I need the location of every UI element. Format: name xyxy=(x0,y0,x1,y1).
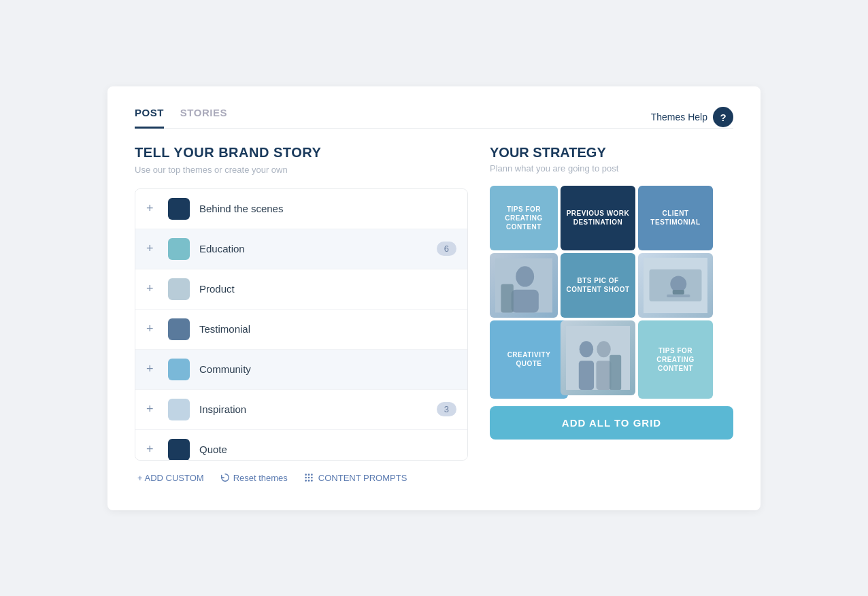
strategy-grid: TIPS FOR CREATING CONTENT PREVIOUS WORK … xyxy=(490,186,733,395)
content-prompts-button[interactable]: CONTENT PROMPTS xyxy=(304,473,407,483)
grid-cell-tips-creating-1[interactable]: TIPS FOR CREATING CONTENT xyxy=(490,186,558,250)
svg-point-5 xyxy=(311,477,313,479)
theme-item-quote[interactable]: + Quote xyxy=(135,430,467,461)
grid-label-tips-1: TIPS FOR CREATING CONTENT xyxy=(495,205,552,231)
swatch-community xyxy=(168,359,190,380)
theme-name-inspiration: Inspiration xyxy=(199,403,427,415)
reset-themes-button[interactable]: Reset themes xyxy=(220,473,288,483)
svg-rect-22 xyxy=(596,361,611,390)
add-custom-button[interactable]: + ADD CUSTOM xyxy=(137,473,204,483)
svg-point-7 xyxy=(308,480,310,482)
right-panel: YOUR STRATEGY Plann what you are going t… xyxy=(490,145,733,483)
team-photo xyxy=(566,320,630,395)
svg-point-2 xyxy=(311,474,313,476)
svg-point-1 xyxy=(308,474,310,476)
swatch-quote xyxy=(168,439,190,461)
svg-rect-16 xyxy=(673,289,684,294)
plus-icon-product[interactable]: + xyxy=(146,282,158,296)
grid-cell-photo-behind[interactable] xyxy=(561,320,635,395)
swatch-behind xyxy=(168,198,190,220)
grid-label-tips-2: TIPS FOR CREATING CONTENT xyxy=(644,346,707,373)
add-custom-label: + ADD CUSTOM xyxy=(137,473,204,483)
studio-photo xyxy=(644,253,707,318)
tab-post[interactable]: POST xyxy=(135,107,164,129)
svg-point-6 xyxy=(305,480,307,482)
page-wrapper: POST STORIES Themes Help ? TELL YOUR BRA… xyxy=(107,86,761,510)
svg-point-15 xyxy=(670,276,686,292)
theme-name-quote: Quote xyxy=(199,444,456,455)
svg-point-21 xyxy=(597,341,611,357)
content-prompts-label: CONTENT PROMPTS xyxy=(318,473,407,483)
svg-point-3 xyxy=(305,477,307,479)
svg-rect-23 xyxy=(610,354,621,389)
grid-cell-previous-work[interactable]: PREVIOUS WORK DESTINATION xyxy=(561,186,635,250)
theme-item-education[interactable]: + Education 6 xyxy=(135,229,467,269)
svg-point-8 xyxy=(311,480,313,482)
theme-name-education: Education xyxy=(199,243,427,254)
plus-icon-behind[interactable]: + xyxy=(146,201,158,216)
grid-cell-creativity-quote[interactable]: CREATIVITY QUOTE xyxy=(490,320,568,399)
svg-point-19 xyxy=(580,341,594,357)
theme-item-testimonial[interactable]: + Testimonial xyxy=(135,310,467,350)
grid-cell-bts-pic[interactable]: BTS PIC OF CONTENT SHOOT xyxy=(561,253,635,318)
tabs-header: POST STORIES Themes Help ? xyxy=(135,107,733,129)
bts-person-photo xyxy=(495,253,552,318)
svg-rect-17 xyxy=(667,294,690,297)
plus-icon-community[interactable]: + xyxy=(146,362,158,376)
themes-help-label: Themes Help xyxy=(651,112,707,122)
svg-rect-20 xyxy=(579,361,594,390)
theme-name-behind: Behind the scenes xyxy=(199,203,456,214)
svg-point-10 xyxy=(516,266,534,286)
badge-education: 6 xyxy=(437,242,456,256)
bottom-actions: + ADD CUSTOM Reset themes xyxy=(135,473,468,483)
badge-inspiration: 3 xyxy=(437,402,456,416)
grid-cell-tips-creating-2[interactable]: TIPS FOR CREATING CONTENT xyxy=(638,320,713,399)
help-circle-icon[interactable]: ? xyxy=(713,107,733,127)
theme-item-behind-the-scenes[interactable]: + Behind the scenes xyxy=(135,189,467,229)
strategy-subtitle: Plann what you are going to post xyxy=(490,163,733,173)
left-panel-subtitle: Use our top themes or create your own xyxy=(135,165,468,175)
theme-name-testimonial: Testimonial xyxy=(199,323,456,335)
grid-label-bts-pic: BTS PIC OF CONTENT SHOOT xyxy=(566,276,630,294)
swatch-product xyxy=(168,278,190,300)
theme-item-inspiration[interactable]: + Inspiration 3 xyxy=(135,390,467,430)
theme-item-product[interactable]: + Product xyxy=(135,269,467,310)
strategy-title: YOUR STRATEGY xyxy=(490,145,733,161)
swatch-inspiration xyxy=(168,399,190,420)
theme-item-community[interactable]: + Community xyxy=(135,350,467,390)
grid-dots-icon xyxy=(304,473,314,482)
main-content: TELL YOUR BRAND STORY Use our top themes… xyxy=(135,145,733,483)
svg-rect-12 xyxy=(501,284,513,312)
themes-list: + Behind the scenes + Education 6 + Prod… xyxy=(135,188,468,461)
plus-icon-inspiration[interactable]: + xyxy=(146,402,158,416)
grid-label-previous: PREVIOUS WORK DESTINATION xyxy=(566,209,630,227)
plus-icon-quote[interactable]: + xyxy=(146,442,158,457)
plus-icon-testimonial[interactable]: + xyxy=(146,322,158,336)
svg-point-0 xyxy=(305,474,307,476)
grid-label-client: CLIENT TESTIMONIAL xyxy=(644,209,707,227)
add-all-to-grid-button[interactable]: ADD ALL TO GRID xyxy=(490,406,733,440)
plus-icon-education[interactable]: + xyxy=(146,242,158,256)
grid-label-creativity: CREATIVITY QUOTE xyxy=(495,350,563,368)
grid-cell-client-testimonial[interactable]: CLIENT TESTIMONIAL xyxy=(638,186,713,250)
grid-cell-photo-bts-person[interactable] xyxy=(490,253,558,318)
theme-name-community: Community xyxy=(199,363,456,375)
reset-icon xyxy=(220,473,230,482)
svg-rect-11 xyxy=(512,289,539,312)
swatch-testimonial xyxy=(168,318,190,340)
tabs-nav: POST STORIES xyxy=(135,107,227,128)
theme-name-product: Product xyxy=(199,283,456,295)
themes-help-button[interactable]: Themes Help ? xyxy=(651,107,733,127)
tab-stories[interactable]: STORIES xyxy=(180,107,227,129)
left-panel-title: TELL YOUR BRAND STORY xyxy=(135,145,468,161)
left-panel: TELL YOUR BRAND STORY Use our top themes… xyxy=(135,145,468,483)
grid-cell-photo-studio[interactable] xyxy=(638,253,713,318)
swatch-education xyxy=(168,238,190,260)
reset-themes-label: Reset themes xyxy=(233,473,288,483)
svg-point-4 xyxy=(308,477,310,479)
